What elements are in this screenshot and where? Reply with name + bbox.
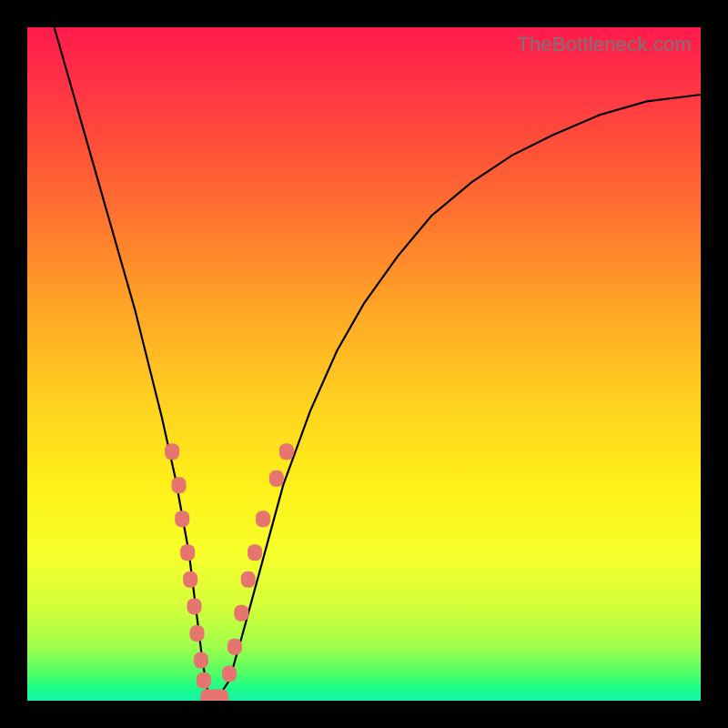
left-branch-dots-marker — [197, 672, 211, 689]
left-branch-dots-marker — [180, 544, 195, 561]
left-branch-dots-marker — [175, 511, 189, 527]
left-branch-dots-marker — [194, 652, 208, 669]
chart-frame: TheBottleneck.com — [0, 0, 728, 728]
left-branch-dots-marker — [172, 477, 187, 493]
right-branch-dots-marker — [234, 605, 248, 622]
plot-area: TheBottleneck.com — [27, 27, 701, 701]
right-branch-dots-marker — [279, 443, 294, 460]
right-branch-dots-marker — [256, 511, 270, 527]
left-branch-dots-marker — [165, 443, 179, 460]
left-branch-dots-marker — [183, 571, 197, 588]
markers-layer — [165, 443, 294, 701]
right-branch-dots-marker — [269, 470, 284, 487]
right-branch-dots-marker — [248, 544, 262, 561]
right-branch-dots-marker — [222, 665, 237, 682]
trough-dots-marker — [214, 689, 228, 701]
left-branch-dots-marker — [190, 625, 205, 642]
bottleneck-curve — [55, 27, 701, 701]
curve-layer — [55, 27, 701, 701]
right-branch-dots-marker — [241, 571, 256, 588]
chart-svg — [27, 27, 701, 701]
left-branch-dots-marker — [187, 598, 202, 614]
right-branch-dots-marker — [228, 639, 242, 655]
